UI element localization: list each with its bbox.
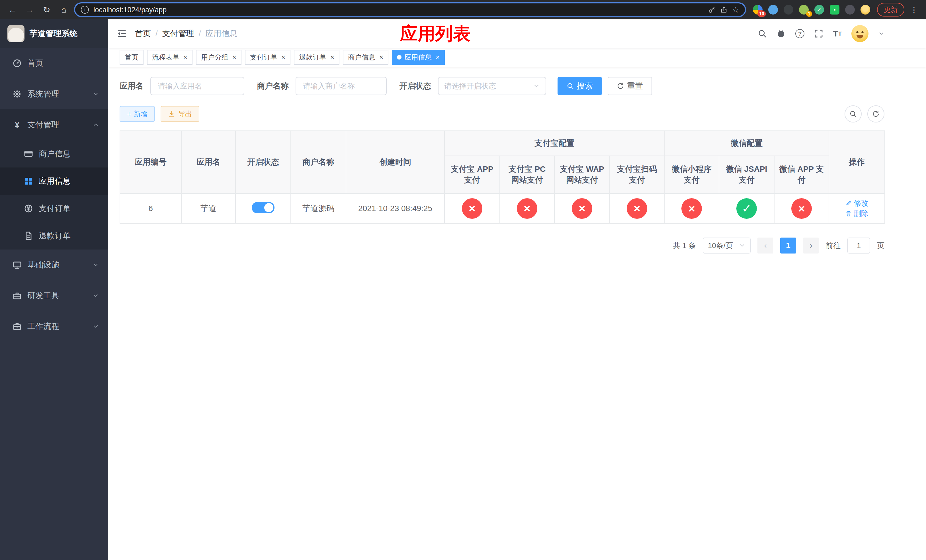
cell-status [236,194,291,224]
tab-merchant-info[interactable]: 商户信息 × [343,50,388,65]
fullscreen-icon[interactable] [814,29,823,38]
close-icon[interactable]: × [232,54,236,61]
reload-icon[interactable]: ↻ [40,3,53,17]
search-icon[interactable] [758,29,767,38]
chrome-update-button[interactable]: 更新 [877,3,904,17]
share-icon[interactable] [720,6,728,14]
tab-label: 首页 [125,53,138,62]
col-actions: 操作 [829,131,885,194]
sidebar-item-system[interactable]: 系统管理 [0,79,108,109]
page-unit-label: 页 [877,241,884,251]
col-group-alipay: 支付宝配置 [445,131,664,156]
sidebar-item-workflow[interactable]: 工作流程 [0,311,108,342]
merchant-name-label: 商户名称 [257,80,289,91]
tab-refund-order[interactable]: 退款订单 × [294,50,339,65]
delete-label: 删除 [854,209,869,218]
add-button[interactable]: + 新增 [120,106,155,122]
app-name-input[interactable] [150,77,244,95]
sidebar-item-merchant-info[interactable]: 商户信息 [0,140,108,168]
reset-button[interactable]: 重置 [608,77,652,95]
home-icon[interactable]: ⌂ [57,3,71,17]
tab-home[interactable]: 首页 [120,50,144,65]
chevron-down-icon [533,83,540,89]
sidebar-item-label: 系统管理 [27,89,59,100]
sidebar-menu: 首页 系统管理 ¥ 支付管理 商户信息 应用信息 [0,48,108,342]
extension-icon[interactable] [845,5,855,15]
cross-icon: × [572,198,592,219]
page-content: 应用名 商户名称 开启状态 请选择开启状态 搜索 重置 [108,67,926,560]
app-logo[interactable]: 芋道管理系统 [0,20,108,48]
extension-icon[interactable]: ✓ [814,5,824,15]
active-dot [397,55,401,59]
cell-merchant-name: 芋道源码 [291,194,346,224]
sidebar-item-payment[interactable]: ¥ 支付管理 [0,109,108,140]
extension-icon[interactable]: 10 [753,5,763,15]
chrome-menu-icon[interactable]: ⋮ [908,5,920,15]
bookmark-star-icon[interactable]: ☆ [732,5,739,15]
chevron-down-icon[interactable] [878,30,884,37]
edit-button[interactable]: 修改 [845,198,869,208]
tab-user-group[interactable]: 用户分组 × [196,50,242,65]
breadcrumb-item[interactable]: 首页 [135,28,151,39]
sidebar-item-label: 首页 [27,58,43,69]
extension-icon[interactable]: 1 [799,5,809,15]
next-page-button[interactable]: › [803,238,819,254]
page-size-select[interactable]: 10条/页 [703,238,750,254]
delete-button[interactable]: 删除 [845,209,869,218]
page-annotation: 应用列表 [400,22,471,45]
cell-config: ✓ [719,194,774,224]
goto-page-input[interactable] [847,238,870,254]
tab-app-info[interactable]: 应用信息 × [392,50,445,65]
tab-process-form[interactable]: 流程表单 × [147,50,192,65]
cell-config: × [500,194,554,224]
close-icon[interactable]: × [379,54,383,61]
sidebar-item-label: 基础设施 [27,259,59,270]
close-icon[interactable]: × [436,54,440,61]
table-row: 6 芋道 芋道源码 2021-10-23 08:49:25 × × × × × … [120,194,885,224]
status-select[interactable]: 请选择开启状态 [438,77,546,95]
help-icon[interactable]: ? [795,29,804,38]
github-icon[interactable] [776,29,785,38]
toggle-search-button[interactable] [844,105,862,123]
sidebar-item-infrastructure[interactable]: 基础设施 [0,250,108,280]
add-button-label: 新增 [134,109,147,118]
refresh-icon [617,82,624,90]
close-icon[interactable]: × [281,54,285,61]
search-button[interactable]: 搜索 [558,77,602,95]
site-info-icon[interactable]: i [81,6,89,14]
select-placeholder: 请选择开启状态 [444,81,496,91]
sidebar-item-label: 支付订单 [39,203,71,214]
close-icon[interactable]: × [183,54,188,61]
refresh-table-button[interactable] [867,105,884,123]
merchant-name-input[interactable] [295,77,387,95]
extension-icon[interactable] [768,5,778,15]
password-key-icon[interactable] [708,6,716,14]
close-icon[interactable]: × [330,54,334,61]
forward-icon[interactable]: → [23,3,36,17]
status-toggle[interactable] [252,202,274,213]
back-icon[interactable]: ← [6,3,20,17]
tab-pay-order[interactable]: 支付订单 × [245,50,291,65]
briefcase-icon [12,322,22,331]
sidebar-item-refund-order[interactable]: 退款订单 [0,222,108,250]
extension-icon[interactable] [861,5,870,15]
font-size-icon[interactable]: TT [833,29,842,38]
extension-icon[interactable] [784,5,793,15]
status-label: 开启状态 [399,80,431,91]
tab-label: 退款订单 [299,53,326,62]
sidebar-item-home[interactable]: 首页 [0,48,108,79]
navbar-actions: ? TT [758,25,917,42]
col-wx-jsapi: 微信 JSAPI 支付 [719,156,774,194]
export-button[interactable]: 导出 [160,106,199,122]
extension-icon[interactable]: ▪ [830,5,840,15]
breadcrumb-item[interactable]: 支付管理 [162,28,194,39]
sidebar-item-app-info[interactable]: 应用信息 [0,168,108,195]
user-avatar[interactable] [851,25,869,42]
sidebar-item-pay-order[interactable]: 支付订单 [0,195,108,222]
sidebar-toggle-icon[interactable] [117,29,127,39]
sidebar-item-devtools[interactable]: 研发工具 [0,280,108,311]
url-bar[interactable]: i localhost:1024/pay/app ☆ [74,2,746,17]
yen-circle-icon [24,204,33,213]
page-number-button[interactable]: 1 [780,238,796,254]
prev-page-button[interactable]: ‹ [757,238,773,254]
